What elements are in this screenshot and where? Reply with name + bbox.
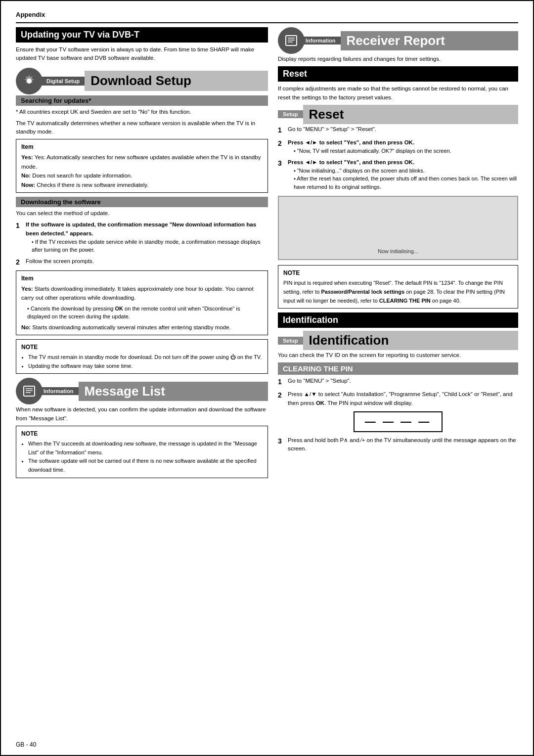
note-box-message: NOTE When the TV succeeds at downloading… [16, 426, 268, 478]
updating-section: Updating your TV via DVB-T Ensure that y… [16, 27, 268, 63]
digital-setup-label: Digital Setup [39, 77, 85, 86]
reset-dark-header: Reset [278, 66, 518, 82]
step-2-content: Follow the screen prompts. [26, 257, 268, 267]
item-no-1: No: Does not search for update informati… [21, 171, 263, 180]
reset-body: If complex adjustments are made so that … [278, 85, 518, 102]
clearing-step-1-num: 1 [278, 377, 285, 387]
updating-body: Ensure that your TV software version is … [16, 45, 268, 63]
identification-body: You can check the TV ID on the screen fo… [278, 351, 518, 359]
clearing-step-1-content: Go to "MENU" > "Setup". [288, 377, 518, 387]
reset-step-3-content: Press ◄/► to select "Yes", and then pres… [288, 158, 518, 191]
left-column: Updating your TV via DVB-T Ensure that y… [16, 27, 268, 482]
info-label-left: Information [39, 387, 79, 395]
note-header-1: NOTE [21, 343, 263, 352]
message-list-badge-row: Information Message List [16, 378, 268, 404]
screen-mockup-text: Now initialising... [378, 248, 418, 254]
clearing-step3-list: 3 Press and hold both P∧ and ⁄+ on the T… [278, 436, 518, 453]
clearing-steps: 1 Go to "MENU" > "Setup". 2 Press ▲/▼ to… [278, 377, 518, 407]
searching-header: Searching for updates* [16, 95, 268, 106]
svg-rect-5 [286, 36, 297, 45]
message-note-list: When the TV succeeds at downloading new … [21, 440, 263, 474]
message-list-body: When new software is detected, you can c… [16, 405, 268, 423]
item-header-2: Item [21, 274, 263, 283]
reset-step-2-bold: Press ◄/► to select "Yes", and then pres… [288, 139, 414, 145]
note-header-msg: NOTE [21, 429, 263, 439]
message-note-2: The software update will not be carried … [28, 457, 263, 474]
download-setup-title: Download Setup [85, 71, 268, 91]
item2-no: No: Starts downloading automatically sev… [21, 323, 263, 332]
step-1-bold: If the software is updated, the confirma… [26, 222, 256, 236]
step-1-num: 1 [16, 221, 23, 254]
download-steps: 1 If the software is updated, the confir… [16, 221, 268, 267]
page-header: Appendix [16, 11, 518, 18]
right-column: Information Receiver Report Display repo… [278, 27, 518, 482]
reset-step-3: 3 Press ◄/► to select "Yes", and then pr… [278, 158, 518, 191]
clearing-step-3-content: Press and hold both P∧ and ⁄+ on the TV … [288, 436, 518, 453]
note-text-reset: PIN input is required when executing "Re… [283, 279, 513, 305]
reset-step-3-num: 3 [278, 158, 285, 191]
item-now-1: Now: Checks if there is new software imm… [21, 180, 263, 189]
reset-title: Reset [303, 105, 518, 124]
svg-rect-1 [24, 386, 35, 396]
reset-step-2-content: Press ◄/► to select "Yes", and then pres… [288, 138, 518, 155]
message-list-title: Message List [79, 382, 268, 401]
download-setup-badge-row: Digital Setup Download Setup [16, 68, 268, 94]
item2-yes: Yes: Starts downloading immediately. It … [21, 284, 263, 303]
clearing-step-3: 3 Press and hold both P∧ and ⁄+ on the T… [278, 436, 518, 453]
reset-step-3-bullets: "Now initialising..." displays on the sc… [288, 167, 518, 191]
reset-step-3-bold: Press ◄/► to select "Yes", and then pres… [288, 159, 414, 165]
reset-steps: 1 Go to "MENU" > "Setup" > "Reset". 2 Pr… [278, 125, 518, 191]
reset-step-1-num: 1 [278, 125, 285, 135]
receiver-report-icon [278, 27, 305, 54]
item-box-2: Item Yes: Starts downloading immediately… [16, 270, 268, 335]
clearing-step-2-content: Press ▲/▼ to select "Auto Installation",… [288, 390, 518, 407]
reset-step-2-bullet: "Now, TV will restart automatically. OK?… [294, 147, 518, 155]
clearing-step-2-num: 2 [278, 390, 285, 407]
message-list-icon [16, 378, 43, 404]
reset-step-2-bullets: "Now, TV will restart automatically. OK?… [288, 147, 518, 155]
clearing-step-2: 2 Press ▲/▼ to select "Auto Installation… [278, 390, 518, 407]
identification-title: Identification [303, 331, 518, 350]
reset-step-1: 1 Go to "MENU" > "Setup" > "Reset". [278, 125, 518, 135]
reset-step-3-bullet2: After the reset has completed, the power… [294, 175, 518, 191]
item2-bullet1: Cancels the download by pressing OK on t… [27, 305, 263, 321]
info-label-right: Information [301, 37, 341, 44]
pin-display: — — — — [354, 411, 443, 432]
receiver-report-title: Receiver Report [341, 31, 519, 50]
note-bullet-1: The TV must remain in standby mode for d… [28, 353, 263, 362]
digital-setup-icon [16, 68, 43, 94]
item-header-1: Item [21, 142, 263, 152]
step-1: 1 If the software is updated, the confir… [16, 221, 268, 254]
note-list-1: The TV must remain in standby mode for d… [21, 353, 263, 370]
note-bullet-2: Updating the software may take some time… [28, 362, 263, 371]
clearing-step-3-num: 3 [278, 436, 285, 453]
screen-mockup: Now initialising... [278, 196, 518, 260]
note-box-1: NOTE The TV must remain in standby mode … [16, 339, 268, 374]
downloading-body: You can select the method of update. [16, 209, 268, 218]
identification-dark-header: Identification [278, 312, 518, 328]
reset-step-1-content: Go to "MENU" > "Setup" > "Reset". [288, 125, 518, 135]
searching-body: The TV automatically determines whether … [16, 119, 268, 136]
page-footer: GB - 40 [16, 741, 36, 748]
item-yes-1: Yes: Yes: Automatically searches for new… [21, 153, 263, 171]
reset-step-2-num: 2 [278, 138, 285, 155]
note-box-reset: NOTE PIN input is required when executin… [278, 265, 518, 309]
page: Appendix Updating your TV via DVB-T Ensu… [0, 0, 534, 756]
message-note-1: When the TV succeeds at downloading new … [28, 440, 263, 457]
downloading-header: Downloading the software [16, 197, 268, 207]
step-1-content: If the software is updated, the confirma… [26, 221, 268, 254]
step-2-num: 2 [16, 257, 23, 267]
item2-bullets: Cancels the download by pressing OK on t… [21, 305, 263, 321]
updating-title: Updating your TV via DVB-T [16, 27, 268, 43]
reset-setup-badge: Setup Reset [278, 105, 518, 124]
item-box-1: Item Yes: Yes: Automatically searches fo… [16, 139, 268, 193]
reset-step-2: 2 Press ◄/► to select "Yes", and then pr… [278, 138, 518, 155]
searching-note: * All countries except UK and Sweden are… [16, 108, 268, 116]
reset-step-3-bullet1: "Now initialising..." displays on the sc… [294, 167, 518, 175]
note-header-reset: NOTE [283, 268, 513, 278]
receiver-report-body: Display reports regarding failures and c… [278, 55, 518, 63]
step-2: 2 Follow the screen prompts. [16, 257, 268, 267]
receiver-report-badge-row: Information Receiver Report [278, 27, 518, 54]
setup-label-identification: Setup [278, 337, 303, 345]
step-1-bullets: If the TV receives the update service wh… [26, 238, 268, 254]
